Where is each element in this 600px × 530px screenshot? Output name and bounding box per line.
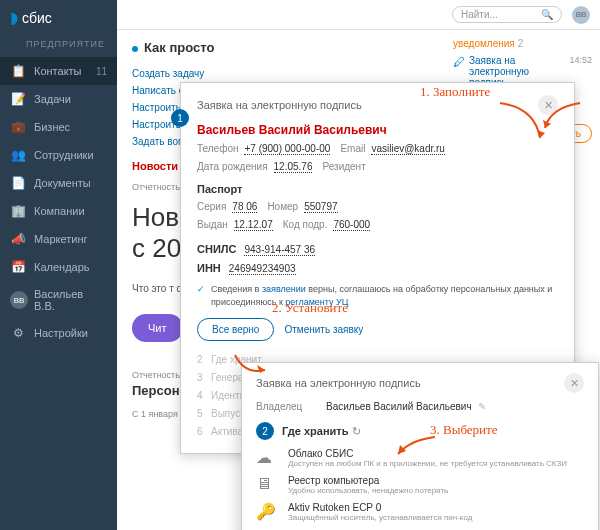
notif-title: уведомления	[453, 38, 515, 49]
edit-icon[interactable]: ✎	[478, 401, 486, 412]
storage-option[interactable]: 🔑Aktiv Rutoken ECP 0Защищённый носитель,…	[256, 502, 584, 522]
applicant-name: Васильев Василий Васильевич	[197, 123, 558, 137]
sidebar-item-9[interactable]: ⚙Настройки	[0, 319, 117, 347]
phone-field[interactable]: +7 (900) 000-00-00	[244, 143, 330, 155]
cancel-button[interactable]: Отменить заявку	[284, 324, 363, 335]
close-icon[interactable]: ✕	[538, 95, 558, 115]
step-2-badge: 2	[256, 422, 274, 440]
sidebar-item-2[interactable]: 💼Бизнес	[0, 113, 117, 141]
number-field[interactable]: 550797	[304, 201, 337, 213]
dept-field[interactable]: 760-000	[333, 219, 370, 231]
sidebar-item-8[interactable]: ВВВасильев В.В.	[0, 281, 117, 319]
help-icon[interactable]: ↻	[352, 425, 361, 438]
dob-field[interactable]: 12.05.76	[274, 161, 313, 173]
storage-option[interactable]: 🖥Реестр компьютераУдобно использовать, н…	[256, 475, 584, 495]
sidebar-item-6[interactable]: 📣Маркетинг	[0, 225, 117, 253]
enterprise-label: ПРЕДПРИЯТИЕ	[0, 35, 117, 57]
inn-field[interactable]: 246949234903	[229, 263, 296, 275]
logo-icon: ◗	[10, 8, 18, 27]
series-field[interactable]: 78 06	[232, 201, 257, 213]
email-field[interactable]: vasiliev@kadr.ru	[371, 143, 445, 155]
topbar: Найти...🔍 ВВ	[117, 0, 600, 30]
sidebar-item-1[interactable]: 📝Задачи	[0, 85, 117, 113]
confirm-button[interactable]: Все верно	[197, 318, 274, 341]
snils-field[interactable]: 943-914-457 36	[244, 244, 315, 256]
sidebar: ◗сбис ПРЕДПРИЯТИЕ 📋Контакты11📝Задачи💼Биз…	[0, 0, 117, 530]
dialog-storage: Заявка на электронную подпись ✕ Владелец…	[241, 362, 599, 530]
step-1-badge: 1	[171, 109, 189, 127]
consent-checkbox[interactable]: Сведения в заявлении верны, соглашаюсь н…	[197, 283, 558, 308]
sidebar-item-7[interactable]: 📅Календарь	[0, 253, 117, 281]
user-avatar[interactable]: ВВ	[572, 6, 590, 24]
storage-option[interactable]: ☁Облако СБИСДоступен на любом ПК и в при…	[256, 448, 584, 468]
sidebar-item-0[interactable]: 📋Контакты11	[0, 57, 117, 85]
logo[interactable]: ◗сбис	[0, 0, 117, 35]
issued-field[interactable]: 12.12.07	[234, 219, 273, 231]
sidebar-item-5[interactable]: 🏢Компании	[0, 197, 117, 225]
sidebar-item-3[interactable]: 👥Сотрудники	[0, 141, 117, 169]
sidebar-item-4[interactable]: 📄Документы	[0, 169, 117, 197]
search-input[interactable]: Найти...🔍	[452, 6, 562, 23]
close-icon[interactable]: ✕	[564, 373, 584, 393]
search-icon: 🔍	[541, 9, 553, 20]
read-button[interactable]: Чит	[132, 314, 183, 342]
